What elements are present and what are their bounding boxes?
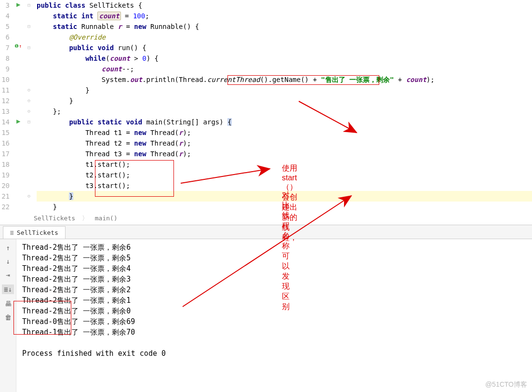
code-line: count--; [37,64,532,74]
scroll-to-end-icon[interactable]: ≣↓ [2,284,14,294]
run-main-icon[interactable]: ▶ [16,117,20,125]
run-config-icon: ≣ [10,229,14,236]
code-line: } [37,202,532,212]
code-line: public static void main(String[] args) { [37,117,532,127]
code-line: Thread t1 = new Thread(r); [37,127,532,138]
trash-icon[interactable]: 🗑 [5,313,12,321]
breadcrumb-item[interactable]: main() [95,215,118,222]
annotation-box [227,75,379,85]
run-tab-label: SellTickets [17,229,58,236]
code-line: }; [37,106,532,117]
breadcrumb-item[interactable]: SellTickets [34,215,75,222]
code-line: public class SellTickets { [37,0,532,11]
console-output[interactable]: Thread-2售出了 一张票，剩余6 Thread-2售出了 一张票，剩余5 … [16,239,532,392]
code-line: public void run() { [37,42,532,53]
breadcrumb[interactable]: SellTickets 〉 main() [0,212,532,225]
override-marker-icon[interactable]: ❶↑ [14,43,22,49]
run-tab[interactable]: ≣ SellTickets [3,226,66,239]
down-icon[interactable]: ↓ [6,257,10,265]
soft-wrap-icon[interactable]: ⇥ [6,271,10,279]
run-tab-bar: ≣ SellTickets [0,225,532,239]
fold-column: ⊟⊟⊟⊖⊖⊖⊟⊖ [26,0,32,212]
run-class-icon[interactable]: ▶ [16,0,20,8]
watermark-text: @51CTO博客 [485,380,527,389]
code-editor[interactable]: 3 4 5 6 7 8 9 10 11 12 13 14 15 16 17 18… [0,0,532,212]
gutter-icons: ▶ ❶↑ ▶ [13,0,26,212]
code-line: } [37,95,532,106]
print-icon[interactable]: 🖶 [5,300,12,308]
code-line: static int count = 100; [37,11,532,21]
code-line: } [37,85,532,95]
code-line: static Runnable r = new Runnable() { [37,21,532,32]
code-line: while(count > 0) { [37,53,532,64]
arrow-icon [16,239,450,384]
code-line: Thread t2 = new Thread(r); [37,138,532,149]
code-area[interactable]: public class SellTickets { static int co… [32,0,532,212]
chevron-right-icon: 〉 [82,215,88,222]
code-line: Thread t3 = new Thread(r); [37,149,532,159]
annotation-box [95,160,174,197]
line-number-gutter: 3 4 5 6 7 8 9 10 11 12 13 14 15 16 17 18… [0,0,13,212]
up-icon[interactable]: ↑ [6,244,10,252]
code-line: @Override [37,32,532,42]
